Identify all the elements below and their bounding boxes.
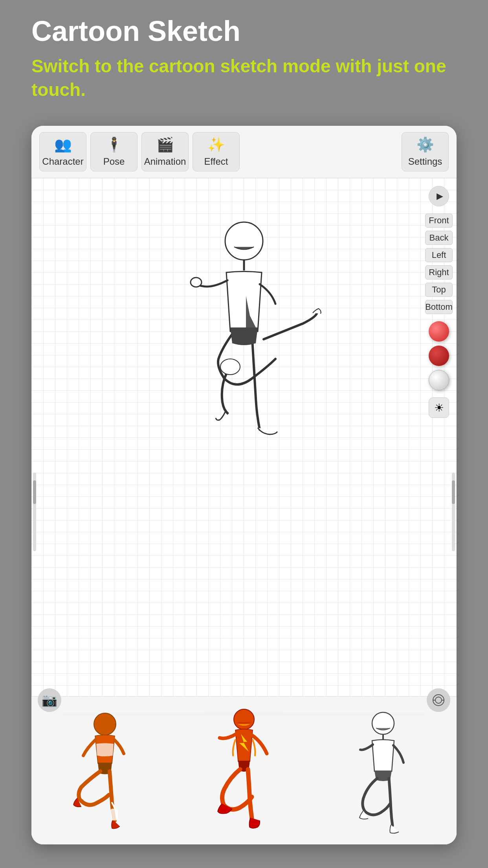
character-thumb-2[interactable] — [191, 704, 297, 838]
char-figure-1 — [66, 708, 144, 834]
effect-icon: ✨ — [207, 136, 225, 153]
pose-label: Pose — [103, 156, 125, 167]
sketch-svg — [161, 210, 327, 477]
scrollbar-right-thumb[interactable] — [452, 480, 455, 504]
svg-point-0 — [225, 222, 263, 260]
character-thumb-1[interactable] — [52, 704, 158, 838]
color-ball-2[interactable] — [429, 346, 449, 366]
character-thumb-3[interactable] — [330, 704, 436, 838]
animation-icon: 🎬 — [156, 136, 174, 153]
character-strip — [31, 696, 457, 844]
back-view-button[interactable]: Back — [425, 231, 453, 245]
pose-button[interactable]: 🕴 Pose — [90, 132, 138, 171]
front-view-button[interactable]: Front — [425, 213, 453, 228]
animation-button[interactable]: 🎬 Animation — [141, 132, 189, 171]
scrollbar-right[interactable] — [452, 473, 455, 551]
svg-point-5 — [435, 697, 442, 703]
pose-icon: 🕴 — [105, 136, 123, 153]
settings-label: Settings — [408, 156, 442, 167]
app-card: 👥 Character 🕴 Pose 🎬 Animation ✨ Effect … — [31, 126, 457, 844]
char-figure-2 — [205, 704, 283, 838]
scrollbar-left-thumb[interactable] — [33, 480, 36, 504]
color-ball-3[interactable] — [429, 370, 449, 390]
bottom-view-button[interactable]: Bottom — [425, 300, 453, 314]
toolbar: 👥 Character 🕴 Pose 🎬 Animation ✨ Effect … — [31, 126, 457, 178]
color-balls — [429, 321, 449, 390]
right-view-button[interactable]: Right — [425, 265, 453, 280]
effect-label: Effect — [204, 156, 228, 167]
screenshot-icon — [432, 694, 445, 706]
sketch-figure — [161, 210, 327, 477]
svg-point-2 — [191, 278, 202, 287]
top-view-button[interactable]: Top — [425, 283, 453, 297]
app-subtitle: Switch to the cartoon sketch mode with j… — [31, 55, 457, 102]
effect-button[interactable]: ✨ Effect — [193, 132, 240, 171]
settings-button[interactable]: ⚙️ Settings — [402, 132, 449, 171]
character-button[interactable]: 👥 Character — [39, 132, 86, 171]
svg-point-8 — [94, 713, 116, 735]
svg-rect-9 — [111, 809, 118, 820]
settings-icon: ⚙️ — [416, 136, 434, 153]
app-title: Cartoon Sketch — [31, 16, 457, 47]
character-label: Character — [42, 156, 83, 167]
brightness-button[interactable]: ☀ — [429, 397, 449, 418]
left-view-button[interactable]: Left — [425, 248, 453, 262]
animation-label: Animation — [144, 156, 186, 167]
svg-point-10 — [234, 709, 254, 730]
canvas-area[interactable]: Front Back Left Right Top Bottom ☀ — [31, 178, 457, 844]
svg-point-11 — [372, 712, 394, 734]
char-figure-3 — [344, 708, 422, 834]
svg-point-3 — [220, 359, 240, 375]
character-icon: 👥 — [54, 136, 72, 153]
play-button[interactable] — [429, 186, 449, 206]
scrollbar-left[interactable] — [33, 473, 36, 551]
camera-button[interactable]: 📷 — [38, 688, 61, 712]
color-ball-1[interactable] — [429, 321, 449, 342]
header-section: Cartoon Sketch Switch to the cartoon ske… — [31, 16, 457, 102]
right-controls: Front Back Left Right Top Bottom ☀ — [425, 186, 453, 418]
screenshot-button[interactable] — [427, 688, 450, 712]
